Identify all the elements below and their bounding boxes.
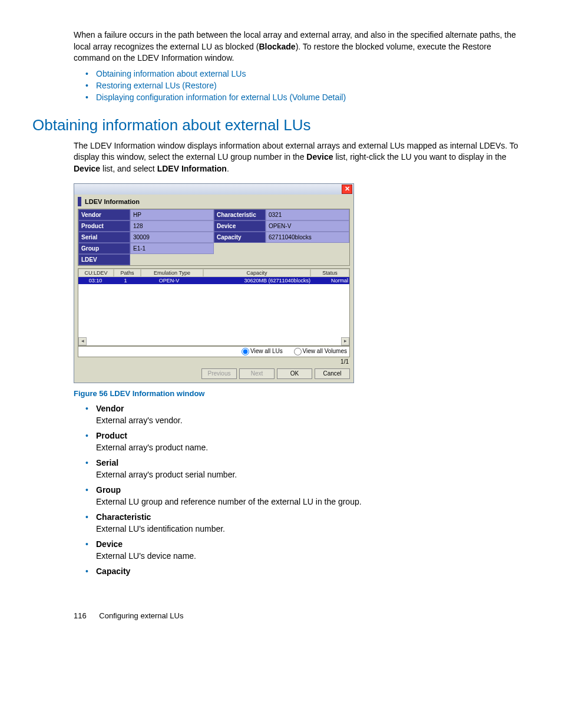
term-vendor: Vendor — [96, 404, 530, 413]
definition-list: VendorExternal array's vendor. ProductEx… — [74, 404, 530, 576]
label-capacity: Capacity — [214, 232, 266, 243]
label-serial: Serial — [78, 232, 130, 243]
term-characteristic: Characteristic — [96, 512, 530, 522]
desc-product: External array's product name. — [96, 443, 530, 452]
radio-view-all-volumes[interactable]: View all Volumes — [294, 348, 347, 354]
cell-capacity: 30620MB (62711040blocks) — [200, 277, 312, 284]
cell-culdev: 03:10 — [78, 277, 113, 284]
info-grid: VendorHP Characteristic0321 Product128 D… — [78, 209, 350, 266]
link-list: Obtaining information about external LUs… — [74, 69, 530, 102]
next-button[interactable]: Next — [239, 368, 275, 379]
intro-paragraph: When a failure occurs in the path betwee… — [74, 29, 530, 64]
term-group: Group — [96, 485, 530, 495]
link-obtaining-info[interactable]: Obtaining information about external LUs — [96, 69, 246, 78]
ldev-window: ✕ LDEV Information VendorHP Characterist… — [74, 183, 354, 383]
value-serial: 30009 — [130, 232, 214, 243]
term-capacity: Capacity — [96, 566, 530, 576]
page-footer: 116 Configuring external LUs — [74, 611, 530, 620]
button-row: Previous Next OK Cancel — [74, 366, 353, 383]
page-indicator: 1/1 — [74, 358, 349, 365]
label-product: Product — [78, 220, 130, 232]
label-ldev: LDEV — [78, 254, 130, 265]
header-accent-bar — [78, 197, 81, 206]
previous-button[interactable]: Previous — [201, 368, 237, 379]
value-vendor: HP — [130, 209, 214, 220]
term-product: Product — [96, 431, 530, 440]
desc-serial: External array's product serial number. — [96, 470, 530, 479]
cell-status: Normal — [312, 277, 349, 284]
ldev-window-figure: ✕ LDEV Information VendorHP Characterist… — [74, 183, 530, 383]
term-device: Device — [96, 539, 530, 549]
page-number: 116 — [74, 611, 87, 620]
desc-group: External LU group and reference number o… — [96, 497, 530, 506]
link-restoring[interactable]: Restoring external LUs (Restore) — [96, 81, 217, 90]
window-titlebar: ✕ — [74, 184, 353, 195]
list-item: Capacity — [85, 566, 530, 576]
col-header-status[interactable]: Status — [310, 269, 349, 277]
value-capacity: 62711040blocks — [266, 232, 349, 243]
list-item: GroupExternal LU group and reference num… — [85, 485, 530, 506]
radio-all-volumes-input[interactable] — [294, 348, 302, 355]
list-item: ProductExternal array's product name. — [85, 431, 530, 452]
ldev-table: CU:LDEV Paths Emulation Type Capacity St… — [78, 268, 350, 346]
window-title: LDEV Information — [85, 198, 140, 205]
table-header-row: CU:LDEV Paths Emulation Type Capacity St… — [78, 269, 349, 277]
cell-emulation: OPEN-V — [138, 277, 200, 284]
scroll-left-icon[interactable]: ◂ — [78, 337, 87, 345]
section-heading: Obtaining information about external LUs — [32, 116, 530, 134]
label-characteristic: Characteristic — [214, 209, 266, 220]
value-product: 128 — [130, 220, 214, 232]
col-header-culdev[interactable]: CU:LDEV — [78, 269, 114, 277]
label-device: Device — [214, 220, 266, 232]
value-characteristic: 0321 — [266, 209, 349, 220]
term-serial: Serial — [96, 458, 530, 467]
close-icon[interactable]: ✕ — [342, 185, 352, 194]
desc-vendor: External array's vendor. — [96, 416, 530, 425]
list-item: DeviceExternal LU's device name. — [85, 539, 530, 561]
desc-characteristic: External LU's identification number. — [96, 524, 530, 533]
footer-section: Configuring external LUs — [99, 611, 183, 620]
value-group: E1-1 — [130, 243, 214, 254]
value-device: OPEN-V — [266, 220, 349, 232]
cancel-button[interactable]: Cancel — [315, 368, 350, 379]
col-header-emulation[interactable]: Emulation Type — [141, 269, 203, 277]
cell-paths: 1 — [113, 277, 138, 284]
body-paragraph: The LDEV Information window displays inf… — [74, 140, 530, 175]
link-displaying-config[interactable]: Displaying configuration information for… — [96, 93, 346, 102]
radio-view-all-lus[interactable]: View all LUs — [242, 348, 283, 354]
table-row[interactable]: 03:10 1 OPEN-V 30620MB (62711040blocks) … — [78, 277, 349, 284]
list-item: VendorExternal array's vendor. — [85, 404, 530, 425]
scroll-right-icon[interactable]: ▸ — [341, 337, 349, 345]
view-options: View all LUs View all Volumes — [78, 346, 350, 357]
list-item: SerialExternal array's product serial nu… — [85, 458, 530, 479]
col-header-paths[interactable]: Paths — [114, 269, 141, 277]
figure-caption: Figure 56 LDEV Information window — [74, 389, 530, 398]
desc-device: External LU's device name. — [96, 551, 530, 561]
label-vendor: Vendor — [78, 209, 130, 220]
col-header-capacity[interactable]: Capacity — [203, 269, 310, 277]
ok-button[interactable]: OK — [277, 368, 312, 379]
window-header: LDEV Information — [78, 197, 350, 206]
radio-all-lus-input[interactable] — [242, 348, 249, 355]
label-group: Group — [78, 243, 130, 254]
list-item: CharacteristicExternal LU's identificati… — [85, 512, 530, 533]
intro-bold: Blockade — [259, 42, 295, 51]
